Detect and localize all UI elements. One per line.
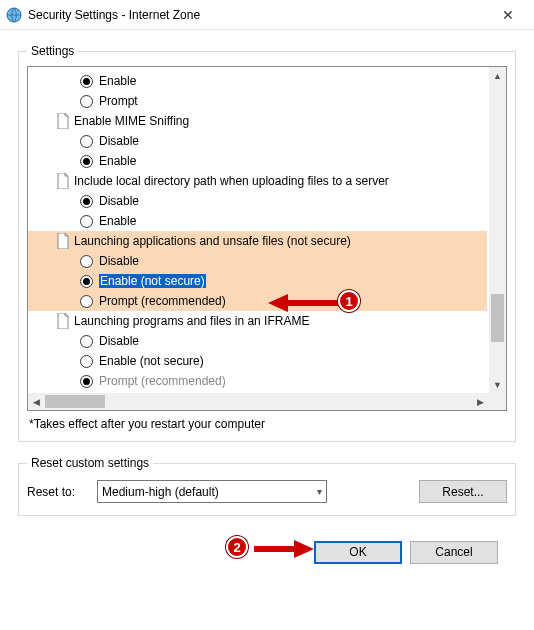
- setting-category-label: Launching applications and unsafe files …: [74, 234, 351, 248]
- settings-tree: EnablePromptEnable MIME SniffingDisableE…: [27, 66, 507, 411]
- setting-option[interactable]: Enable (not secure): [56, 351, 487, 371]
- setting-option-label: Disable: [99, 134, 139, 148]
- setting-option[interactable]: Prompt (recommended): [56, 371, 487, 391]
- radio-icon[interactable]: [80, 135, 93, 148]
- radio-icon[interactable]: [80, 335, 93, 348]
- setting-category-label: Enable MIME Sniffing: [74, 114, 189, 128]
- setting-option-label: Disable: [99, 194, 139, 208]
- scroll-thumb-h[interactable]: [45, 395, 105, 408]
- reset-level-combobox[interactable]: Medium-high (default) ▾: [97, 480, 327, 503]
- radio-icon[interactable]: [80, 255, 93, 268]
- setting-option[interactable]: Disable: [56, 131, 487, 151]
- svg-marker-4: [294, 540, 314, 558]
- setting-option-label: Enable: [99, 214, 136, 228]
- highlighted-section: Launching applications and unsafe files …: [28, 231, 487, 311]
- setting-category: Launching programs and files in an IFRAM…: [56, 311, 487, 331]
- setting-category: Enable MIME Sniffing: [56, 111, 487, 131]
- cancel-button[interactable]: Cancel: [410, 541, 498, 564]
- setting-option[interactable]: Enable (not secure): [56, 271, 487, 291]
- setting-option-label: Enable (not secure): [99, 354, 204, 368]
- ok-button[interactable]: OK: [314, 541, 402, 564]
- window-title: Security Settings - Internet Zone: [28, 8, 488, 22]
- scroll-down-arrow[interactable]: ▼: [489, 376, 506, 393]
- setting-option[interactable]: Disable: [56, 251, 487, 271]
- radio-icon[interactable]: [80, 375, 93, 388]
- setting-category: Include local directory path when upload…: [56, 171, 487, 191]
- annotation-badge-1: 1: [338, 290, 360, 312]
- setting-option-label: Prompt (recommended): [99, 374, 226, 388]
- scroll-track-v[interactable]: [489, 84, 506, 376]
- radio-icon[interactable]: [80, 275, 93, 288]
- setting-option[interactable]: Disable: [56, 331, 487, 351]
- setting-option-label: Disable: [99, 254, 139, 268]
- scroll-track-h[interactable]: [45, 393, 472, 410]
- radio-icon[interactable]: [80, 75, 93, 88]
- annotation-arrow-2: [254, 538, 314, 560]
- radio-icon[interactable]: [80, 155, 93, 168]
- reset-level-value: Medium-high (default): [102, 485, 219, 499]
- radio-icon[interactable]: [80, 95, 93, 108]
- restart-footnote: *Takes effect after you restart your com…: [29, 417, 505, 431]
- setting-option[interactable]: Enable: [56, 71, 487, 91]
- chevron-down-icon: ▾: [317, 486, 322, 497]
- titlebar: Security Settings - Internet Zone ✕: [0, 0, 534, 30]
- setting-option-label: Enable: [99, 154, 136, 168]
- reset-button[interactable]: Reset...: [419, 480, 507, 503]
- settings-group: Settings EnablePromptEnable MIME Sniffin…: [18, 44, 516, 442]
- setting-option-label: Prompt (recommended): [99, 294, 226, 308]
- setting-option[interactable]: Enable: [56, 151, 487, 171]
- setting-option-label: Enable: [99, 74, 136, 88]
- scroll-up-arrow[interactable]: ▲: [489, 67, 506, 84]
- radio-icon[interactable]: [80, 215, 93, 228]
- horizontal-scrollbar[interactable]: ◀ ▶: [28, 393, 489, 410]
- dialog-button-row: 2 OK Cancel: [18, 530, 516, 570]
- reset-to-label: Reset to:: [27, 485, 97, 499]
- setting-category: Launching applications and unsafe files …: [56, 231, 487, 251]
- close-button[interactable]: ✕: [488, 7, 528, 23]
- radio-icon[interactable]: [80, 355, 93, 368]
- tree-viewport: EnablePromptEnable MIME SniffingDisableE…: [28, 67, 489, 393]
- dialog-body: Settings EnablePromptEnable MIME Sniffin…: [0, 30, 534, 578]
- annotation-badge-2: 2: [226, 536, 248, 558]
- scroll-thumb-v[interactable]: [491, 294, 504, 342]
- radio-icon[interactable]: [80, 195, 93, 208]
- reset-legend: Reset custom settings: [27, 456, 153, 470]
- radio-icon[interactable]: [80, 295, 93, 308]
- annotation-arrow-1: [268, 292, 338, 314]
- settings-legend: Settings: [27, 44, 78, 58]
- setting-option[interactable]: Disable: [56, 191, 487, 211]
- app-icon: [6, 7, 22, 23]
- setting-option[interactable]: Enable: [56, 211, 487, 231]
- setting-category-label: Launching programs and files in an IFRAM…: [74, 314, 309, 328]
- setting-option-label: Prompt: [99, 94, 138, 108]
- scroll-left-arrow[interactable]: ◀: [28, 393, 45, 410]
- vertical-scrollbar[interactable]: ▲ ▼: [489, 67, 506, 393]
- setting-option-label: Enable (not secure): [99, 274, 206, 288]
- setting-category-label: Include local directory path when upload…: [74, 174, 389, 188]
- reset-group: Reset custom settings Reset to: Medium-h…: [18, 456, 516, 516]
- scroll-corner: [489, 393, 506, 410]
- setting-option-label: Disable: [99, 334, 139, 348]
- svg-marker-2: [268, 294, 288, 312]
- scroll-right-arrow[interactable]: ▶: [472, 393, 489, 410]
- setting-option[interactable]: Prompt: [56, 91, 487, 111]
